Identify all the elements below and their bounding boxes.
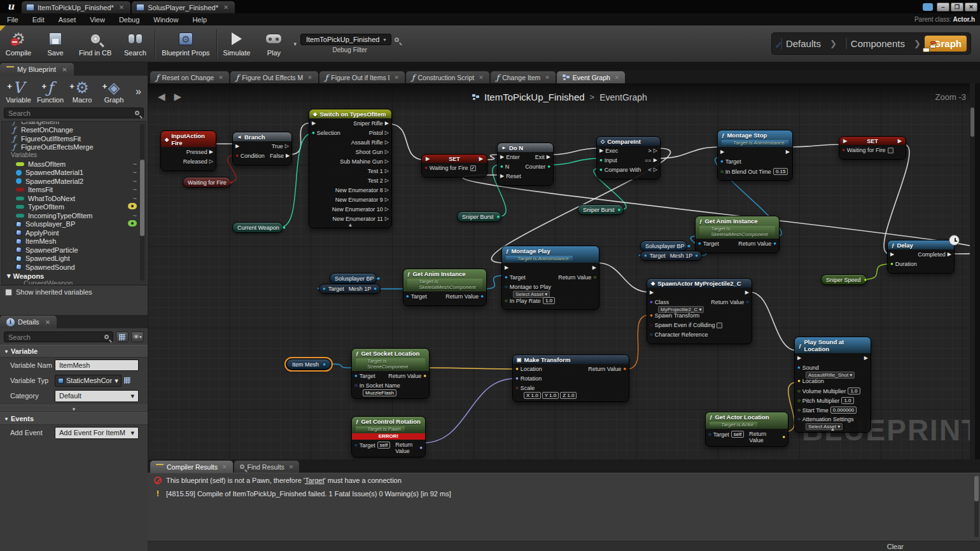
pin-exec-icon[interactable]: ▶ xyxy=(797,355,801,361)
pin-exec-icon[interactable]: ▶ xyxy=(898,138,902,144)
node-pin[interactable]: ▶ xyxy=(795,355,804,361)
node-pin[interactable]: ○Spawn Even if Colliding xyxy=(647,322,725,328)
node-pin[interactable]: Assault Rifle▷ xyxy=(349,139,391,146)
value-box[interactable]: 1.0 xyxy=(543,297,555,304)
value-box[interactable]: 1.0 xyxy=(841,397,853,404)
graph-tab-event-graph[interactable]: Event Graph✕ xyxy=(557,71,626,83)
menu-debug[interactable]: Debug xyxy=(112,16,146,24)
asset-dropdown[interactable]: Select Asset ▾ xyxy=(806,423,843,430)
compiler-scrollbar[interactable] xyxy=(974,476,979,537)
pin-int-icon[interactable]: ● xyxy=(618,207,621,213)
variable-pill-sniper-speed-pill[interactable]: Sniper Speed● xyxy=(821,274,867,285)
variable-pill-sniper-burst-pill-2[interactable]: Sniper Burst● xyxy=(578,204,624,215)
node-pin[interactable]: ▶Exec xyxy=(597,148,620,154)
add-event-dropdown[interactable]: Add Event For ItemM▾ xyxy=(55,427,139,439)
detail-control[interactable]: ItemMesh xyxy=(55,359,139,371)
node-pin[interactable]: New Enumerator 11▷ xyxy=(330,216,391,222)
pin-exec-icon[interactable]: ▶ xyxy=(843,138,847,144)
pin-object-icon[interactable]: ● xyxy=(797,365,801,371)
pin-float-icon[interactable]: ○ xyxy=(797,398,801,404)
node-pin[interactable]: ○Targetself xyxy=(352,442,393,449)
tab-my-blueprint[interactable]: My Blueprint ✕ xyxy=(0,63,74,76)
variable-item-ItemsFit[interactable]: ItemsFit~ xyxy=(2,186,146,195)
pin-transform-icon[interactable]: ○ xyxy=(515,385,519,391)
pin-bool-icon[interactable]: ● xyxy=(230,179,233,186)
property-matrix-button[interactable] xyxy=(116,331,129,342)
node-pin[interactable]: ○Start Time0.000000 xyxy=(795,407,859,414)
variable-name-input[interactable]: ItemMesh xyxy=(55,359,139,371)
node-pin[interactable]: ▶ xyxy=(647,289,656,296)
close-icon[interactable]: ✕ xyxy=(223,4,228,11)
value-box[interactable]: X 1.0 xyxy=(524,392,541,399)
pin-object-icon[interactable]: ○ xyxy=(505,284,508,290)
value-box[interactable]: 1.0 xyxy=(848,387,860,394)
variable-item-ItemMesh[interactable]: ItemMesh xyxy=(2,237,146,246)
checkbox[interactable] xyxy=(717,323,722,328)
node-pin[interactable]: ▶ xyxy=(783,149,792,155)
close-icon[interactable]: ✕ xyxy=(479,74,484,81)
variable-pill-sniper-burst-pill-1[interactable]: Sniper Burst● xyxy=(457,211,501,222)
close-icon[interactable]: ✕ xyxy=(394,74,399,81)
node-pin[interactable]: ▶ xyxy=(502,265,511,271)
node-pin[interactable]: ●Waiting for Fire xyxy=(839,147,896,153)
variable-item-CurrentWeapon[interactable]: CurrentWeapon xyxy=(2,281,146,286)
pin-int-icon[interactable]: ● xyxy=(283,225,286,231)
pin-object-icon[interactable]: ● xyxy=(644,253,647,259)
pin-object-icon[interactable]: ● xyxy=(773,241,776,247)
view-options-button[interactable]: 👁▾ xyxy=(131,331,144,342)
node-pin[interactable]: ●Compare With xyxy=(597,167,643,173)
node-pin[interactable]: ○In Play Rate1.0 xyxy=(502,297,557,304)
menu-view[interactable]: View xyxy=(83,16,112,24)
pin-exec-icon[interactable]: ▶ xyxy=(312,120,316,127)
function-item-FigureOutIfItemsFit[interactable]: ƒFigureOutIfItemsFit xyxy=(2,134,146,143)
pin-exec-icon[interactable]: ▷ xyxy=(209,158,213,165)
section-variable[interactable]: ▾ Variable xyxy=(0,345,148,358)
node-pin[interactable]: Return Value● xyxy=(736,241,779,247)
node-pin[interactable]: ●Location xyxy=(513,366,545,372)
graph-node-delay[interactable]: ƒDelay▶Completed▶●Duration xyxy=(887,240,955,274)
my-blueprint-search-input[interactable]: Search xyxy=(4,108,144,118)
node-pin[interactable]: Exit▶ xyxy=(533,154,553,160)
variable-pill-item-mesh-pill[interactable]: Item Mesh● xyxy=(286,359,331,370)
variable-item-SpawnedLight[interactable]: SpawnedLight xyxy=(2,255,146,263)
node-pin[interactable]: ●Target xyxy=(696,241,722,247)
list-scrollbar[interactable] xyxy=(140,124,144,281)
find-in-cb-button[interactable]: Find in CB xyxy=(74,27,116,61)
variable-pill-solusplayer-bp-pill-right[interactable]: Solusplayer BP● xyxy=(640,241,687,251)
node-pin[interactable]: ○ScaleX 1.0Y 1.0Z 1.0 xyxy=(513,385,579,399)
pin-exec-icon[interactable]: ▶ xyxy=(650,289,654,296)
pin-float-icon[interactable]: ○ xyxy=(797,407,801,414)
message-link[interactable]: Target xyxy=(305,477,325,484)
minimize-button[interactable]: – xyxy=(937,3,949,11)
pin-object-icon[interactable]: ○ xyxy=(746,299,749,305)
pin-rotator-icon[interactable]: ● xyxy=(515,375,519,382)
show-inherited-checkbox[interactable] xyxy=(5,289,12,296)
node-pin[interactable]: Return Value● xyxy=(746,431,788,443)
graph-node-branch[interactable]: ◄Branch▶True▷●ConditionFalse▶ xyxy=(232,132,292,165)
node-pin[interactable]: Pressed▶ xyxy=(184,149,216,155)
node-pin[interactable]: ●Target xyxy=(403,293,430,300)
pin-int-icon[interactable]: ● xyxy=(500,164,503,170)
pin-exec-icon[interactable]: ▶ xyxy=(786,149,790,155)
play-options-chevron-icon[interactable]: ▾ xyxy=(293,41,297,47)
pin-exec-icon[interactable]: ▷ xyxy=(285,143,289,150)
search-button[interactable]: Search xyxy=(116,27,153,61)
graph-tab-figure-out-effects-m[interactable]: ƒFigure Out Effects M✕ xyxy=(230,71,318,83)
pin-transform-icon[interactable]: ● xyxy=(623,366,626,372)
graph-node-compare-int[interactable]: ◇CompareInt▶Exec>▷●Input==▶●Compare With… xyxy=(596,136,661,179)
pin-vector-icon[interactable]: ● xyxy=(782,434,785,440)
node-pin[interactable]: New Enumerator 9▷ xyxy=(333,197,391,203)
graph-tab-change-item[interactable]: ƒChange Item✕ xyxy=(491,71,556,83)
details-expander[interactable]: ▾ xyxy=(0,405,148,412)
checkbox[interactable] xyxy=(888,148,893,153)
close-icon[interactable]: ✕ xyxy=(615,74,620,81)
pin-int-icon[interactable]: ● xyxy=(599,167,603,173)
category-weapons[interactable]: ▾Weapons xyxy=(2,272,146,281)
add-function-button[interactable]: ƒ+Function xyxy=(36,80,65,104)
node-pin[interactable]: Sub Mahine Gun▷ xyxy=(337,158,391,165)
clear-button[interactable]: Clear xyxy=(887,543,904,550)
pin-exec-icon[interactable]: ▶ xyxy=(592,265,596,271)
detail-control[interactable]: StaticMeshCor▾ xyxy=(55,375,139,387)
asset-tab-0[interactable]: ItemToPickUp_Finished*✕ xyxy=(22,1,130,13)
node-pin[interactable]: Sniper Rifle▶ xyxy=(351,120,391,127)
